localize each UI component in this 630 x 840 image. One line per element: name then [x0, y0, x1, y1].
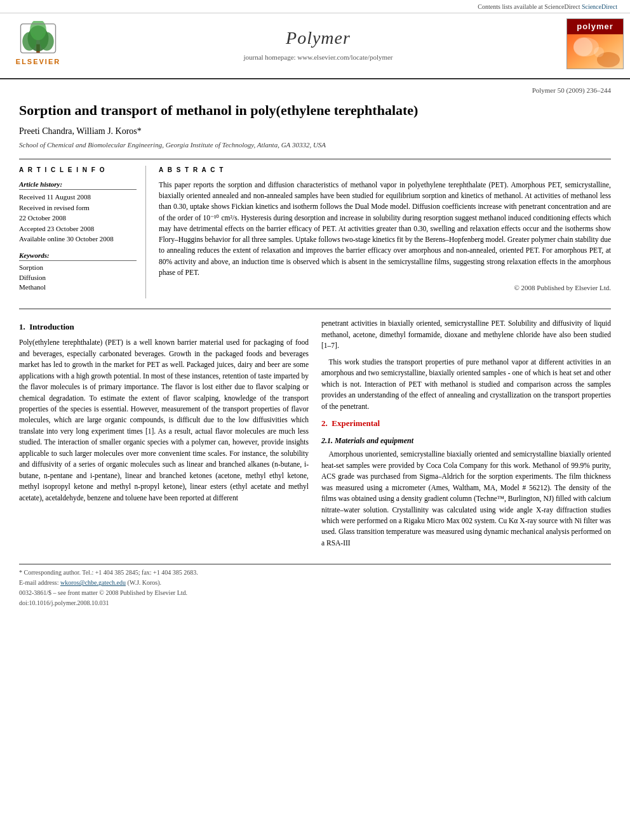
abstract-text: This paper reports the sorption and diff… — [159, 180, 611, 278]
keyword-diffusion: Diffusion — [19, 273, 137, 283]
subsection2-1-label: 2.1. Materials and equipment — [321, 436, 413, 445]
intro-para-3: This work studies the transport properti… — [321, 357, 611, 412]
article-history-title: Article history: — [19, 180, 137, 190]
svg-point-9 — [594, 47, 604, 57]
received-revised-label: Received in revised form — [19, 204, 90, 211]
section1-label: Introduction — [29, 322, 74, 331]
page-wrapper: Contents lists available at ScienceDirec… — [0, 0, 630, 622]
footer-doi: doi:10.1016/j.polymer.2008.10.031 — [19, 599, 611, 608]
footnote-star-text: * Corresponding author. Tel.: +1 404 385… — [19, 569, 198, 576]
footnote-email-label: E-mail address: — [19, 579, 58, 586]
author-names: Preeti Chandra, William J. Koros* — [19, 126, 142, 136]
journal-center: Polymer journal homepage: www.elsevier.c… — [70, 25, 566, 63]
polymer-cover-label: polymer — [567, 19, 623, 34]
body-columns: 1. Introduction Poly(ethylene terephthal… — [19, 318, 611, 554]
keyword-sorption: Sorption — [19, 263, 137, 272]
footnote-email-address: wkoros@chbe.gatech.edu — [60, 579, 126, 586]
section2-num: 2. — [321, 418, 328, 428]
intro-para-1: Poly(ethylene terephthalate) (PET) is a … — [19, 337, 309, 503]
journal-title: Polymer — [70, 25, 566, 50]
article-title: Sorption and transport of methanol in po… — [19, 102, 611, 120]
keywords-title: Keywords: — [19, 251, 137, 261]
article-content: Polymer 50 (2009) 236–244 Sorption and t… — [0, 79, 630, 622]
article-info-label: A R T I C L E I N F O — [19, 166, 137, 175]
experimental-para-1: Amorphous unoriented, semicrystalline bi… — [321, 449, 611, 549]
elsevier-wordmark: ELSEVIER — [16, 57, 60, 67]
body-col-left: 1. Introduction Poly(ethylene terephthal… — [19, 318, 309, 554]
sciencedirect-link[interactable]: ScienceDirect — [582, 3, 617, 10]
received-date: Received 11 August 2008 — [19, 193, 91, 201]
journal-homepage: journal homepage: www.elsevier.com/locat… — [70, 53, 566, 62]
keyword-methanol: Methanol — [19, 283, 137, 292]
abstract-col: A B S T R A C T This paper reports the s… — [159, 166, 611, 298]
polymer-cover-art — [567, 34, 623, 69]
body-col-right: penetrant activities in biaxially orient… — [321, 318, 611, 554]
polymer-cover-image: polymer — [566, 18, 624, 69]
section2-label: Experimental — [332, 418, 380, 428]
section1-title: 1. Introduction — [19, 321, 309, 333]
available-date: Available online 30 October 2008 — [19, 235, 114, 243]
section1-num: 1. — [19, 322, 25, 331]
section2-title: 2. Experimental — [321, 417, 611, 430]
footnote-email-name: (W.J. Koros). — [128, 579, 162, 586]
article-footer: * Corresponding author. Tel.: +1 404 385… — [19, 564, 611, 608]
article-citation: Polymer 50 (2009) 236–244 — [19, 86, 611, 95]
article-history-content: Received 11 August 2008 Received in revi… — [19, 192, 137, 244]
footer-issn: 0032-3861/$ – see front matter © 2008 Pu… — [19, 589, 611, 597]
article-info-col: A R T I C L E I N F O Article history: R… — [19, 166, 146, 298]
homepage-text: journal homepage: www.elsevier.com/locat… — [243, 53, 392, 61]
abstract-copyright: © 2008 Published by Elsevier Ltd. — [159, 283, 611, 293]
keywords-list: Sorption Diffusion Methanol — [19, 263, 137, 292]
received-revised-date: 22 October 2008 — [19, 214, 66, 222]
subsection2-1-title: 2.1. Materials and equipment — [321, 435, 611, 446]
doi-text: doi:10.1016/j.polymer.2008.10.031 — [19, 599, 109, 606]
section-divider — [19, 309, 611, 309]
article-history-block: Article history: Received 11 August 2008… — [19, 180, 137, 244]
elsevier-tree-icon — [16, 21, 60, 56]
keywords-block: Keywords: Sorption Diffusion Methanol — [19, 251, 137, 293]
intro-para-2: penetrant activities in biaxially orient… — [321, 318, 611, 351]
article-affiliation: School of Chemical and Biomolecular Engi… — [19, 140, 611, 150]
article-authors: Preeti Chandra, William J. Koros* — [19, 125, 611, 138]
journal-header: Contents lists available at ScienceDirec… — [0, 0, 630, 79]
elsevier-logo: ELSEVIER — [6, 21, 70, 67]
footnote-star: * Corresponding author. Tel.: +1 404 385… — [19, 568, 611, 577]
cover-art-svg — [567, 34, 624, 69]
accepted-date: Accepted 23 October 2008 — [19, 225, 94, 232]
footnote-email: E-mail address: wkoros@chbe.gatech.edu (… — [19, 578, 611, 587]
journal-top-bar: Contents lists available at ScienceDirec… — [0, 0, 630, 13]
issn-text: 0032-3861/$ – see front matter © 2008 Pu… — [19, 589, 187, 596]
article-meta-row: A R T I C L E I N F O Article history: R… — [19, 159, 611, 298]
abstract-label: A B S T R A C T — [159, 166, 611, 175]
contents-label: Contents lists available at ScienceDirec… — [478, 3, 580, 10]
journal-logo-row: ELSEVIER Polymer journal homepage: www.e… — [0, 13, 630, 74]
footnote-email-link[interactable]: wkoros@chbe.gatech.edu — [60, 579, 126, 586]
